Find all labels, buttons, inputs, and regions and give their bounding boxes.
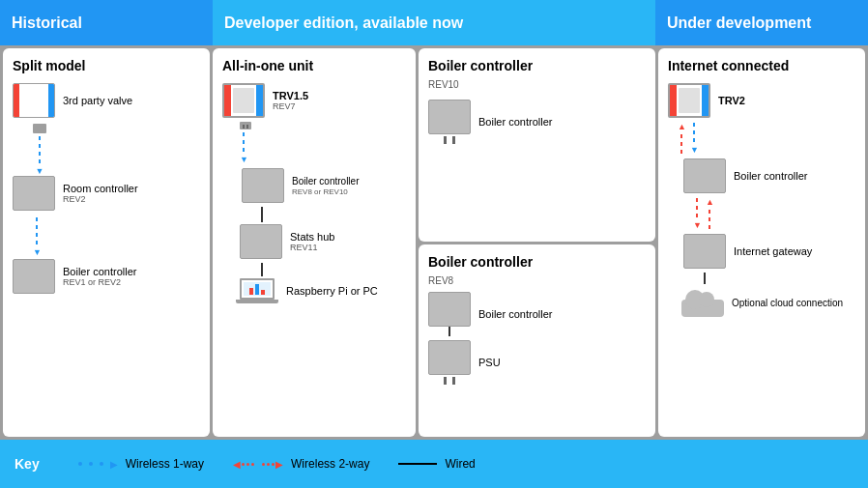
laptop-screen	[240, 278, 275, 300]
boiler-controller-label: Boiler controller	[63, 266, 136, 277]
key-wired-item: Wired	[398, 457, 475, 471]
boiler-top-rev: REV10	[428, 79, 646, 90]
key-wireless-1way-item: ▶ Wireless 1-way	[78, 457, 204, 471]
trv2-connectors: ▲ ▼	[678, 122, 699, 155]
key-2way-left: ◀	[233, 459, 241, 470]
stats-hub-rev: REV11	[290, 243, 334, 252]
header-row: Historical Developer edition, available …	[0, 0, 868, 45]
allinone-title: All-in-one unit	[222, 58, 406, 73]
key-2way-right: ▶	[275, 459, 283, 470]
valve-blue-stripe	[48, 84, 54, 117]
boiler-top-label: Boiler controller	[478, 116, 552, 128]
key-wireless-2way-item: ◀ ▶ Wireless 2-way	[233, 457, 369, 471]
psu-label: PSU	[478, 357, 501, 368]
split-model-title: Split model	[13, 58, 200, 73]
red-up-conn: ▲	[678, 122, 686, 155]
under-dev-label: Under development	[667, 14, 811, 32]
cloud-row: Optional cloud connection	[681, 288, 843, 317]
rdot3	[251, 463, 254, 466]
valve-label: 3rd party valve	[63, 95, 132, 106]
boiler-bottom-rev: REV8	[428, 275, 646, 286]
trv2-inner	[679, 88, 700, 113]
header-historical: Historical	[0, 0, 213, 45]
allinone-diagram: TRV1.5 REV7	[222, 79, 406, 303]
pi-label: Raspberry Pi or PC	[286, 284, 378, 298]
boiler-top-prongs	[444, 136, 455, 144]
red-up2-conn: ▲	[706, 197, 714, 230]
developer-section: All-in-one unit TRV1.5 REV7	[213, 48, 655, 437]
boiler-top-device-col	[428, 100, 471, 144]
gateway-row: Internet gateway	[683, 234, 812, 269]
trv2-device	[668, 83, 710, 118]
trv-label-group: TRV1.5 REV7	[273, 90, 308, 111]
conn-room-boiler: ▼	[33, 216, 42, 257]
wire-to-stats	[261, 207, 263, 222]
chart-bar-blue	[255, 284, 259, 295]
boiler-controller-rev: REV1 or REV2	[63, 277, 136, 287]
key-1way-arrowhead: ▶	[110, 459, 118, 470]
boiler-controller-label-group: Boiler controller REV1 or REV2	[63, 266, 136, 287]
valve-device	[13, 83, 55, 118]
boiler-gateway-conn: ▼ ▲	[693, 197, 714, 230]
psu-prong-right	[452, 377, 455, 385]
rdot2	[246, 463, 249, 466]
inet-boiler-row: Boiler controller	[683, 158, 807, 193]
header-under-dev: Under development	[655, 0, 868, 45]
key-section: Key ▶ Wireless 1-way ◀	[0, 440, 868, 488]
trv2-row: TRV2	[668, 83, 745, 118]
boiler-bottom-ctrl-row: Boiler controller	[428, 292, 646, 336]
conn-valve-room: ▼	[33, 124, 46, 176]
laptop-screen-inner	[244, 282, 271, 296]
red-down-conn: ▼	[693, 197, 702, 230]
trv-row: TRV1.5 REV7	[222, 83, 308, 118]
wire-to-pi	[261, 263, 263, 276]
trv-blue	[256, 85, 263, 116]
boiler-bottom-ctrl-col	[428, 292, 471, 336]
key-wired-label: Wired	[445, 457, 475, 471]
boiler-ctrl-device	[242, 168, 284, 203]
rdot1	[242, 463, 245, 466]
allinone-section: All-in-one unit TRV1.5 REV7	[213, 48, 416, 437]
internet-section: Internet connected TRV2 ▲	[658, 48, 865, 437]
dot2	[89, 462, 93, 466]
boiler-bottom-section: Boiler controller REV8 Boiler controller	[419, 244, 655, 438]
valve-row: 3rd party valve	[13, 83, 132, 118]
trv-label: TRV1.5	[273, 90, 308, 101]
laptop-base	[236, 300, 278, 303]
room-controller-rev: REV2	[63, 194, 138, 204]
boiler-ctrl-label: Boiler controller	[292, 176, 359, 187]
psu-col	[428, 340, 471, 385]
rdot5	[267, 463, 270, 466]
trv-rev: REV7	[273, 101, 308, 111]
psu-prong-left	[444, 377, 447, 385]
prong-left	[444, 136, 447, 144]
split-model-diagram: 3rd party valve ▼	[13, 79, 200, 294]
rdot6	[272, 463, 275, 466]
rdot4	[262, 463, 265, 466]
boiler-controller-device	[13, 259, 55, 294]
stats-hub-device	[240, 224, 282, 259]
prong-right	[452, 136, 455, 144]
room-controller-label-group: Room controller REV2	[63, 183, 138, 204]
boiler-ctrl-row: Boiler controller REV8 or REV10	[242, 168, 359, 203]
chart-bar-red2	[261, 290, 265, 295]
laptop-chart	[248, 282, 266, 296]
key-2way-arrow: ◀ ▶	[233, 459, 283, 470]
key-wireless-1way-label: Wireless 1-way	[126, 457, 204, 471]
cloud-label: Optional cloud connection	[732, 297, 843, 309]
cloud-wire	[704, 273, 706, 284]
boiler-top-section: Boiler controller REV10 Boiler controlle…	[419, 48, 655, 242]
boiler-ctrl-rev: REV8 or REV10	[292, 187, 359, 196]
room-controller-device	[13, 176, 55, 211]
trv-red	[224, 85, 231, 116]
gateway-label: Internet gateway	[734, 244, 812, 258]
laptop-device	[236, 278, 278, 303]
header-developer: Developer edition, available now	[213, 0, 655, 45]
boiler-top-device-row: Boiler controller	[428, 100, 646, 144]
cloud-bump2	[699, 292, 714, 307]
boiler-bottom-diagram: Boiler controller PSU	[428, 292, 646, 385]
wire-to-cloud	[704, 273, 706, 284]
stats-hub-label-group: Stats hub REV11	[290, 231, 334, 252]
trv2-label: TRV2	[718, 95, 745, 106]
developer-label: Developer edition, available now	[224, 14, 463, 32]
